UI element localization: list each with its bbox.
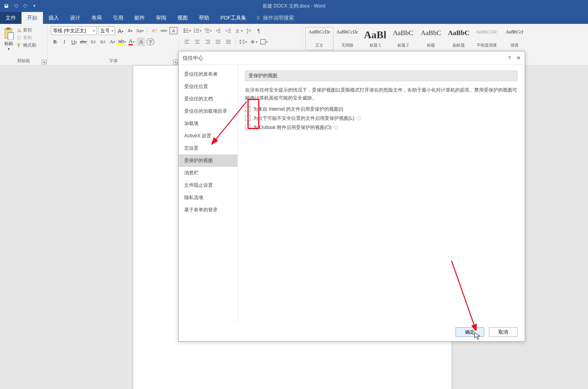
- sidebar-item[interactable]: 受信任的加载项目录: [179, 105, 238, 117]
- sort-button[interactable]: AZ: [244, 26, 254, 35]
- redo-icon[interactable]: [23, 4, 28, 8]
- svg-point-5: [184, 29, 185, 30]
- tab-view[interactable]: 视图: [172, 12, 193, 24]
- dialog-help-button[interactable]: ?: [508, 55, 511, 61]
- format-painter-button[interactable]: 格式刷: [17, 42, 36, 48]
- copy-button[interactable]: 复制: [17, 35, 36, 41]
- app-titlebar: ▼ 新建 DOCX 文档.docx - Word: [0, 0, 588, 12]
- bullets-button[interactable]: ▾: [182, 26, 192, 35]
- svg-text:¶: ¶: [257, 28, 260, 34]
- trust-center-dialog: 信任中心 ? ✕ 受信任的发布者受信任位置受信任的文档受信任的加载项目录加载项A…: [178, 51, 525, 342]
- checkbox[interactable]: [245, 115, 251, 121]
- align-left-button[interactable]: [182, 37, 192, 46]
- font-color-button[interactable]: A▾: [127, 37, 135, 46]
- save-icon[interactable]: [4, 4, 9, 8]
- increase-indent-button[interactable]: [224, 26, 233, 35]
- multilevel-button[interactable]: ▾: [203, 26, 212, 35]
- tell-me-search[interactable]: 操作说明搜索: [252, 12, 298, 24]
- sidebar-item[interactable]: 受信任位置: [179, 80, 238, 93]
- style-item[interactable]: AaBbCcDc无间隔: [333, 27, 361, 50]
- align-justify-button[interactable]: [213, 37, 223, 46]
- checkbox-row: 为位于可能不安全位置的文件启用受保护视图(L)ⓘ: [245, 114, 518, 123]
- checkbox[interactable]: [245, 125, 251, 130]
- sidebar-item[interactable]: 基于表单的登录: [179, 204, 238, 216]
- svg-text:3: 3: [194, 31, 195, 33]
- show-marks-button[interactable]: ¶: [255, 26, 264, 35]
- style-item[interactable]: AaBbC副标题: [445, 27, 473, 50]
- styles-gallery[interactable]: AaBbCcDc正文AaBbCcDc无间隔AaBl标题 1AaBbC标题 2Aa…: [306, 25, 528, 50]
- dialog-titlebar[interactable]: 信任中心 ? ✕: [179, 51, 525, 65]
- shrink-font-button[interactable]: A▾: [126, 26, 134, 35]
- info-icon[interactable]: ⓘ: [357, 115, 361, 121]
- subscript-button[interactable]: X2: [89, 37, 97, 46]
- sidebar-item[interactable]: 文件阻止设置: [179, 179, 238, 192]
- sidebar-item[interactable]: 宏设置: [179, 142, 238, 154]
- qat-customize-icon[interactable]: ▼: [33, 4, 36, 8]
- phonetic-guide-button[interactable]: wén: [160, 26, 168, 35]
- font-name-combo[interactable]: 等线 (中文正文)▾: [51, 26, 97, 35]
- checkbox-label: 为来自 Internet 的文件启用受保护的视图(I): [253, 106, 343, 113]
- tab-insert[interactable]: 插入: [43, 12, 64, 24]
- bold-button[interactable]: B: [51, 37, 59, 46]
- tab-pdf[interactable]: PDF工具集: [215, 12, 252, 24]
- clipboard-launcher[interactable]: ⬊: [42, 60, 47, 65]
- underline-button[interactable]: U▾: [70, 37, 78, 46]
- numbering-button[interactable]: 123▾: [193, 26, 202, 35]
- change-case-button[interactable]: Aa▾: [136, 26, 144, 35]
- decrease-indent-button[interactable]: [213, 26, 223, 35]
- info-icon[interactable]: ⓘ: [334, 125, 338, 131]
- tab-design[interactable]: 设计: [64, 12, 86, 24]
- sidebar-item[interactable]: 隐私选项: [179, 192, 238, 204]
- tab-review[interactable]: 审阅: [150, 12, 172, 24]
- tab-help[interactable]: 帮助: [193, 12, 215, 24]
- sidebar-item[interactable]: 受保护的视图: [179, 154, 238, 167]
- text-effects-button[interactable]: A▾: [108, 37, 116, 46]
- tab-layout[interactable]: 布局: [86, 12, 107, 24]
- font-size-combo[interactable]: 五号▾: [98, 26, 115, 35]
- group-font: 等线 (中文正文)▾ 五号▾ A▴ A▾ Aa▾ Aᵌ wén A B I U▾…: [48, 24, 179, 65]
- superscript-button[interactable]: X2: [99, 37, 107, 46]
- text-direction-button[interactable]: 文▾: [234, 26, 243, 35]
- checkbox-label: 为位于可能不安全位置的文件启用受保护视图(L): [253, 115, 354, 122]
- sidebar-item[interactable]: 受信任的发布者: [179, 68, 238, 80]
- char-border-button[interactable]: A: [169, 27, 177, 34]
- style-item[interactable]: AaBbC标题: [417, 27, 445, 50]
- borders-button[interactable]: ▾: [259, 37, 269, 46]
- italic-button[interactable]: I: [60, 37, 68, 46]
- undo-icon[interactable]: [14, 4, 18, 8]
- highlight-button[interactable]: ab▾: [118, 37, 126, 46]
- shading-button[interactable]: ▾: [249, 37, 258, 46]
- style-item[interactable]: AaBbCcI强调: [500, 27, 528, 50]
- style-item[interactable]: AaBbCcDc不明显强调: [473, 27, 500, 50]
- svg-point-7: [184, 30, 185, 31]
- style-item[interactable]: AaBbCcDc正文: [306, 27, 333, 50]
- cut-button[interactable]: 剪切: [17, 27, 36, 33]
- paste-button[interactable]: 粘贴 ▼: [3, 25, 14, 51]
- sidebar-item[interactable]: 消息栏: [179, 167, 238, 179]
- checkbox[interactable]: [245, 106, 251, 112]
- sidebar-item[interactable]: 加载项: [179, 117, 238, 130]
- strike-button[interactable]: abc: [80, 37, 88, 46]
- dialog-close-button[interactable]: ✕: [516, 55, 521, 61]
- align-distribute-button[interactable]: [224, 37, 233, 46]
- brush-icon: [17, 43, 21, 48]
- style-item[interactable]: AaBl标题 1: [361, 27, 389, 50]
- group-clipboard: 粘贴 ▼ 剪切 复制 格式刷 剪贴板 ⬊: [0, 24, 48, 65]
- tab-file[interactable]: 文件: [0, 12, 21, 24]
- tab-home[interactable]: 开始: [21, 12, 43, 24]
- enclose-char-button[interactable]: 字: [146, 38, 154, 45]
- cancel-button[interactable]: 取消: [489, 327, 518, 337]
- align-right-button[interactable]: [203, 37, 212, 46]
- grow-font-button[interactable]: A▴: [117, 26, 125, 35]
- paste-icon: [3, 27, 14, 40]
- tab-mailings[interactable]: 邮件: [129, 12, 150, 24]
- clear-format-button[interactable]: Aᵌ: [150, 26, 158, 35]
- sidebar-item[interactable]: 受信任的文档: [179, 93, 238, 105]
- char-shading-button[interactable]: A: [137, 37, 145, 46]
- tab-references[interactable]: 引用: [107, 12, 129, 24]
- style-item[interactable]: AaBbC标题 2: [389, 27, 417, 50]
- line-spacing-button[interactable]: ▾: [238, 37, 248, 46]
- sidebar-item[interactable]: ActiveX 设置: [179, 130, 238, 142]
- align-center-button[interactable]: [193, 37, 202, 46]
- font-launcher[interactable]: ⬊: [173, 60, 178, 65]
